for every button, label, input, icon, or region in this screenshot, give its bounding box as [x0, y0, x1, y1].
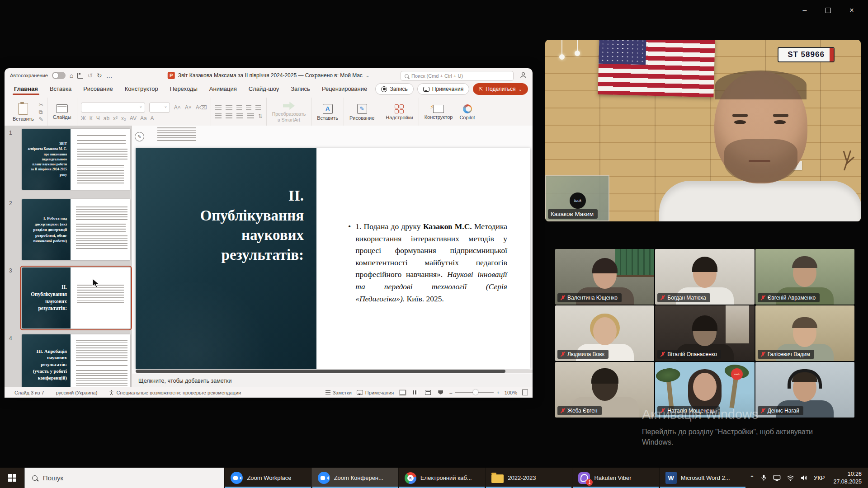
slideshow-button[interactable]: [437, 389, 444, 396]
clear-format-button[interactable]: A⌫: [196, 104, 207, 111]
font-effect-button[interactable]: Ж: [81, 115, 86, 122]
taskbar-app-zoom-meeting[interactable]: Zoom Конферен...: [311, 468, 398, 488]
participant-tile[interactable]: Людмила Вовк: [555, 305, 654, 361]
zoom-out-icon[interactable]: –: [449, 390, 452, 395]
notes-toggle[interactable]: Заметки: [326, 390, 352, 395]
justify-icon[interactable]: [247, 113, 254, 118]
ribbon-tab[interactable]: Конструктор: [119, 85, 164, 96]
minimize-button[interactable]: –: [793, 3, 816, 18]
ribbon-tab[interactable]: Слайд-шоу: [243, 85, 285, 96]
redo-icon[interactable]: ↻: [97, 72, 102, 79]
volume-icon[interactable]: [800, 474, 808, 481]
close-button[interactable]: ×: [840, 3, 863, 18]
share-button[interactable]: ⇱ Поделиться ⌄: [473, 83, 528, 95]
taskbar-app-word[interactable]: W Microsoft Word 2...: [659, 468, 746, 488]
taskbar-clock[interactable]: 10:26 27.08.2025: [830, 470, 864, 486]
text-direction-icon[interactable]: ⇅: [258, 113, 263, 119]
zoom-in-icon[interactable]: +: [496, 390, 499, 395]
bullets-icon[interactable]: [215, 105, 222, 110]
cut-icon[interactable]: ✂: [39, 102, 43, 108]
align-right-icon[interactable]: [236, 113, 243, 118]
slide-thumbnail-4[interactable]: ІІІ. Апробація наукових результатів: (уч…: [22, 334, 130, 387]
ink-tools-icon[interactable]: ✎: [135, 132, 144, 141]
numbering-icon[interactable]: [226, 105, 232, 110]
grow-font-button[interactable]: A˄: [174, 104, 181, 111]
display-icon[interactable]: [773, 474, 781, 481]
font-effect-button[interactable]: x₂: [121, 115, 126, 122]
zoom-slider[interactable]: – +: [449, 390, 500, 395]
language-button[interactable]: русский (Украина): [56, 390, 98, 395]
chevron-down-icon[interactable]: ⌄: [366, 73, 369, 78]
slide-thumbnail-2[interactable]: І. Робота над дисертацією: (які розділи …: [22, 199, 130, 260]
slide-title-panel[interactable]: ІІ. Опублікування наукових результатів:: [136, 148, 316, 369]
slide-thumbnail-1[interactable]: ЗВІТ аспіранта Казакова М. С. про викона…: [22, 129, 130, 190]
autosave-toggle[interactable]: [52, 72, 66, 79]
insert-textbox-button[interactable]: А Вставить: [315, 104, 340, 121]
participant-tile[interactable]: Богдан Матюха: [655, 249, 754, 305]
document-title[interactable]: Звіт Казакова Максима за II півріччя 202…: [178, 72, 363, 79]
font-name-select[interactable]: [81, 103, 145, 113]
copy-icon[interactable]: ⧉: [39, 109, 43, 115]
microphone-icon[interactable]: [760, 474, 767, 482]
normal-view-button[interactable]: [399, 389, 406, 396]
participant-tile[interactable]: Галісевич Вадим: [755, 305, 854, 361]
tray-expand-icon[interactable]: ⌃: [750, 474, 755, 481]
home-icon[interactable]: ⌂: [70, 72, 73, 79]
slide-thumbnail-3-selected[interactable]: ІІ. Опублікування наукових результатів:: [22, 267, 130, 328]
slides-button[interactable]: Слайды: [51, 104, 73, 120]
font-effect-button[interactable]: Aa: [140, 115, 147, 122]
font-effect-button[interactable]: К: [90, 115, 93, 122]
slide-sorter-view-button[interactable]: [411, 389, 419, 396]
align-center-icon[interactable]: [226, 113, 232, 118]
reading-view-button[interactable]: [424, 389, 432, 396]
shrink-font-button[interactable]: A˅: [185, 104, 192, 111]
drawing-button[interactable]: ✎ Рисование: [348, 104, 376, 121]
taskbar-app-viber[interactable]: 1 Rakuten Viber: [572, 468, 659, 488]
copilot-button[interactable]: Copilot: [458, 104, 476, 120]
comments-toggle[interactable]: Примечания: [357, 390, 394, 395]
slide-body-text[interactable]: 1. Подана до друку Казаков М.С. Методика…: [355, 221, 507, 305]
designer-button[interactable]: Конструктор: [423, 105, 455, 120]
comments-button[interactable]: Примечания: [417, 83, 469, 95]
slide-title[interactable]: ІІ. Опублікування наукових результатів:: [155, 186, 304, 265]
accessibility-check[interactable]: Специальные возможности: проверьте реком…: [109, 390, 241, 395]
ribbon-tab[interactable]: Запись: [285, 85, 316, 96]
indent-decrease-icon[interactable]: [236, 105, 242, 110]
undo-icon[interactable]: ↺: [87, 72, 93, 79]
search-input[interactable]: Поиск (Cmd + Ctrl + U): [401, 71, 514, 81]
record-button[interactable]: Запись: [375, 83, 413, 95]
indent-increase-icon[interactable]: [246, 105, 251, 110]
taskbar-app-folder[interactable]: 2022-2023: [485, 468, 572, 488]
slide-canvas[interactable]: ІІ. Опублікування наукових результатів: …: [136, 148, 530, 369]
language-indicator[interactable]: УКР: [814, 474, 825, 481]
taskbar-app-chrome-cabinet[interactable]: Електронний каб...: [398, 468, 485, 488]
align-left-icon[interactable]: [215, 113, 222, 118]
more-icon[interactable]: …: [106, 72, 113, 79]
fit-slide-icon[interactable]: [522, 389, 528, 395]
participant-tile[interactable]: Валентина Ющенко: [555, 249, 654, 305]
participant-tile[interactable]: Віталій Опанасенко: [655, 305, 754, 361]
ribbon-tab[interactable]: Рисование: [77, 85, 118, 96]
zoom-level[interactable]: 100%: [505, 390, 517, 395]
paste-button[interactable]: Вставить: [11, 103, 36, 122]
format-painter-icon[interactable]: ✎: [39, 117, 43, 122]
taskbar-search-input[interactable]: Пошук: [24, 468, 225, 488]
font-effect-button[interactable]: x²: [113, 115, 118, 122]
participant-tile[interactable]: Жеба Євген: [555, 362, 654, 418]
slide-body-panel[interactable]: • 1. Подана до друку Казаков М.С. Методи…: [316, 148, 530, 369]
ribbon-tab[interactable]: Рецензирование: [316, 85, 373, 96]
ribbon-tab[interactable]: Главная: [8, 85, 44, 96]
ribbon-tab[interactable]: Анимация: [203, 85, 243, 96]
network-icon[interactable]: [787, 475, 794, 481]
ribbon-tab[interactable]: Переходы: [164, 85, 203, 96]
zoom-main-video[interactable]: ST 58966 fuck Казаков Маким: [545, 40, 861, 221]
smartart-button[interactable]: Преобразовать в SmartArt: [270, 102, 308, 122]
line-spacing-icon[interactable]: [255, 105, 261, 110]
font-effect-button[interactable]: А: [151, 115, 154, 122]
start-button[interactable]: [0, 468, 24, 488]
notes-pane[interactable]: Щелкните, чтобы добавить заметки: [132, 374, 533, 387]
ribbon-tab[interactable]: Вставка: [44, 85, 77, 96]
participant-tile[interactable]: Євгеній Авраменко: [755, 249, 854, 305]
share-person-icon[interactable]: [519, 71, 527, 81]
font-size-select[interactable]: [149, 103, 170, 113]
